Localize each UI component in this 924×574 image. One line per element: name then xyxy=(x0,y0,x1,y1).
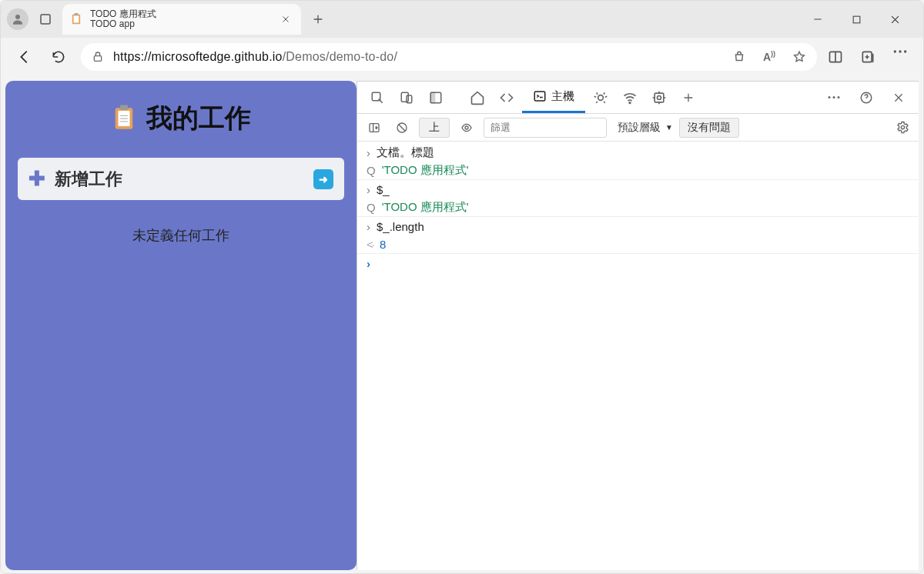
new-tab-button[interactable] xyxy=(307,8,329,30)
tab-title-line2: TODO app xyxy=(90,19,156,29)
sources-tab-icon[interactable] xyxy=(587,82,614,113)
svg-rect-5 xyxy=(853,16,860,23)
add-task-card[interactable]: ✚ 新增工作 ➜ xyxy=(18,158,344,200)
url-path: /Demos/demo-to-do/ xyxy=(283,50,397,63)
plus-icon: ✚ xyxy=(28,167,45,191)
svg-point-0 xyxy=(15,15,20,19)
submit-task-button[interactable]: ➜ xyxy=(313,169,333,189)
address-bar: https://microsoftedge.github.io/Demos/de… xyxy=(1,38,923,76)
console-prompt-row[interactable]: › xyxy=(357,254,919,272)
window-controls xyxy=(808,9,917,29)
toggle-sidebar-icon[interactable] xyxy=(363,117,385,138)
console-output-row: Q'TODO 應用程式' xyxy=(357,162,919,180)
profile-avatar[interactable] xyxy=(7,8,28,30)
collections-icon[interactable] xyxy=(860,49,875,65)
performance-tab-icon[interactable] xyxy=(645,82,673,113)
svg-point-11 xyxy=(904,50,906,52)
console-output-row: Q'TODO 應用程式' xyxy=(357,199,919,217)
console-tab-label: 主機 xyxy=(551,89,574,104)
console-input-row: ›$_ xyxy=(357,180,919,199)
console-expr: $_.length xyxy=(377,220,424,233)
close-devtools-button[interactable] xyxy=(885,82,912,113)
console-expr: $_ xyxy=(377,183,390,196)
svg-point-10 xyxy=(899,50,901,52)
output-arrow-icon: <· xyxy=(367,238,373,251)
log-level-selector[interactable]: 預設層級 ▼ xyxy=(618,121,673,135)
page-heading-text: 我的工作 xyxy=(146,101,251,136)
svg-rect-4 xyxy=(75,13,79,15)
svg-rect-1 xyxy=(41,15,50,24)
console-result: 8 xyxy=(380,238,386,251)
minimize-button[interactable] xyxy=(808,9,828,29)
console-settings-icon[interactable] xyxy=(892,118,912,138)
prompt-icon: › xyxy=(367,146,370,159)
clear-console-icon[interactable] xyxy=(391,117,413,138)
url-text: https://microsoftedge.github.io/Demos/de… xyxy=(113,50,723,64)
inspect-icon[interactable] xyxy=(363,82,391,113)
svg-rect-23 xyxy=(654,93,664,102)
read-aloud-icon[interactable]: A)) xyxy=(763,50,775,64)
live-expression-icon[interactable] xyxy=(456,117,477,138)
split-screen-icon[interactable] xyxy=(828,49,843,65)
console-expr: 文檔。標題 xyxy=(377,145,434,160)
svg-rect-20 xyxy=(534,92,545,101)
chevron-down-icon: ▼ xyxy=(665,123,673,132)
prompt-icon: › xyxy=(367,183,370,196)
svg-rect-19 xyxy=(430,92,434,103)
more-tabs-icon[interactable] xyxy=(675,82,702,113)
page-title: 我的工作 xyxy=(111,101,251,136)
clipboard-icon xyxy=(111,103,137,134)
console-toolbar: 上 預設層級 ▼ 沒有問題 xyxy=(357,114,919,142)
svg-point-22 xyxy=(629,102,631,103)
close-window-button[interactable] xyxy=(885,9,905,29)
url-field[interactable]: https://microsoftedge.github.io/Demos/de… xyxy=(81,43,817,71)
add-task-label: 新增工作 xyxy=(55,168,122,191)
more-icon[interactable] xyxy=(892,49,908,65)
context-selector[interactable]: 上 xyxy=(419,118,450,138)
svg-point-31 xyxy=(465,126,468,129)
refresh-button[interactable] xyxy=(47,45,70,68)
svg-rect-16 xyxy=(401,92,408,102)
tab-actions-icon[interactable] xyxy=(35,8,56,30)
svg-point-32 xyxy=(901,125,904,128)
svg-point-25 xyxy=(829,96,831,98)
welcome-tab-icon[interactable] xyxy=(464,82,491,113)
dock-icon[interactable] xyxy=(422,82,450,113)
filter-input[interactable] xyxy=(484,118,607,138)
clipboard-icon xyxy=(70,13,82,25)
console-output-row: <·8 xyxy=(357,235,919,254)
overflow-icon[interactable] xyxy=(820,82,848,113)
console-input-row: ›文檔。標題 xyxy=(357,143,919,162)
elements-tab-icon[interactable] xyxy=(493,82,521,113)
devtools-tab-strip: 主機 xyxy=(357,82,919,114)
svg-point-9 xyxy=(894,50,896,52)
device-toggle-icon[interactable] xyxy=(393,82,420,113)
close-tab-button[interactable] xyxy=(278,12,293,27)
svg-point-26 xyxy=(833,96,835,98)
help-icon[interactable] xyxy=(852,82,880,113)
console-input-row: ›$_.length xyxy=(357,217,919,235)
empty-state-text: 未定義任何工作 xyxy=(132,226,229,245)
svg-rect-14 xyxy=(120,105,128,110)
issues-button[interactable]: 沒有問題 xyxy=(679,118,739,138)
console-result: 'TODO 應用程式' xyxy=(382,163,469,178)
svg-point-21 xyxy=(598,95,604,100)
console-output[interactable]: ›文檔。標題 Q'TODO 應用程式' ›$_ Q'TODO 應用程式' ›$_… xyxy=(357,142,919,570)
favorite-icon[interactable] xyxy=(792,50,806,64)
url-host: https://microsoftedge.github.io xyxy=(113,50,283,63)
network-tab-icon[interactable] xyxy=(616,82,644,113)
shopping-icon[interactable] xyxy=(732,50,746,64)
browser-tab[interactable]: TODO 應用程式 TODO app xyxy=(62,4,301,35)
maximize-button[interactable] xyxy=(846,9,866,29)
svg-point-27 xyxy=(838,96,840,98)
svg-point-24 xyxy=(658,95,661,99)
active-prompt-icon: › xyxy=(367,257,370,270)
log-level-label: 預設層級 xyxy=(618,121,661,135)
output-prefix: Q xyxy=(367,164,376,177)
content-area: 我的工作 ✚ 新增工作 ➜ 未定義任何工作 主機 xyxy=(1,76,923,574)
console-tab[interactable]: 主機 xyxy=(522,82,585,113)
svg-rect-3 xyxy=(74,15,79,22)
browser-tab-strip: TODO 應用程式 TODO app xyxy=(1,1,923,38)
back-button[interactable] xyxy=(13,45,36,68)
tab-title: TODO 應用程式 TODO app xyxy=(90,9,156,28)
